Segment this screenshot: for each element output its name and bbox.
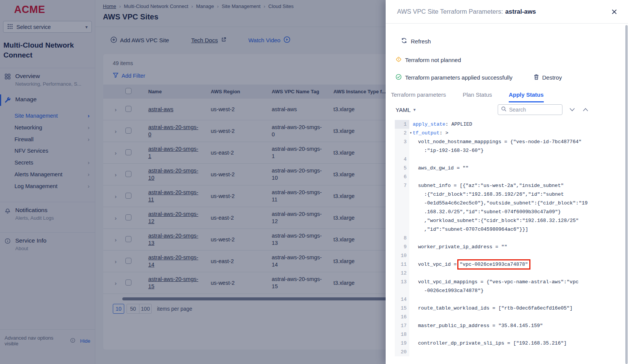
code-line: 13volt_vpc_id_mappings = {"ves-vpc-name-… [395, 278, 628, 295]
code-line: 8 [395, 234, 628, 243]
success-text: Terraform parameters applied successfull… [405, 74, 513, 81]
code-line: 5aws_dx_gw_id = "" [395, 164, 628, 172]
code-line-content [409, 295, 628, 304]
line-number: 14 [395, 295, 409, 304]
tab-terraform-parameters[interactable]: Terraform parameters [391, 91, 446, 102]
code-line: 19controller_dp_private_sli_ips = ["192.… [395, 339, 628, 348]
panel-body: Refresh Terraform not planned Terraform … [386, 24, 628, 364]
success-check-icon [396, 74, 402, 81]
yaml-code-viewer: 1apply_state: APPLIED2▾tf_output: >3volt… [395, 120, 628, 356]
refresh-label: Refresh [411, 38, 431, 45]
app-root: ACME Select service ▾ Multi-Cloud Networ… [0, 0, 628, 364]
code-line: 18 [395, 330, 628, 339]
code-line-content [409, 251, 628, 260]
code-line: 1apply_state: APPLIED [395, 120, 628, 129]
search-input[interactable] [509, 107, 555, 113]
code-line-content [409, 313, 628, 321]
line-number: 17 [395, 321, 409, 330]
destroy-button[interactable]: Destroy [533, 74, 562, 81]
code-line-content: route_table_workload_ids = ["rtb-0dec6fa… [409, 304, 628, 313]
code-line: 4 [395, 155, 628, 164]
line-number: 2▾ [395, 129, 409, 137]
code-line: 10 [395, 251, 628, 260]
code-line-content: apply_state: APPLIED [409, 120, 628, 129]
code-line: 2▾tf_output: > [395, 129, 628, 137]
warning-diamond-icon [396, 56, 402, 64]
code-line: 6 [395, 172, 628, 181]
format-label: YAML [396, 107, 411, 113]
panel-header: AWS VPC Site Terraform Parameters: astra… [386, 0, 628, 24]
panel-tabs: Terraform parametersPlan StatusApply Sta… [391, 91, 628, 102]
line-number: 3 [395, 137, 409, 155]
tab-plan-status[interactable]: Plan Status [463, 91, 492, 102]
code-line: 3volt_node_hostname_mapppings = {"ves-no… [395, 137, 628, 155]
search-icon [501, 106, 506, 113]
terraform-parameters-panel: AWS VPC Site Terraform Parameters: astra… [386, 0, 628, 364]
chevron-down-icon[interactable] [569, 108, 575, 112]
refresh-button[interactable]: Refresh [401, 37, 447, 45]
code-controls: YAML ▾ [391, 104, 628, 115]
trash-icon [533, 74, 539, 81]
code-line-content: subnet_info = [{"az":"us-west-2a","insid… [409, 181, 628, 234]
code-line-content [409, 155, 628, 164]
code-line: 15route_table_workload_ids = ["rtb-0dec6… [395, 304, 628, 313]
code-line: 16 [395, 313, 628, 321]
code-line-content: master_public_ip_address = "35.84.145.15… [409, 321, 628, 330]
line-number: 1 [395, 120, 409, 129]
tab-apply-status[interactable]: Apply Status [509, 91, 544, 102]
line-number: 6 [395, 172, 409, 181]
panel-title: AWS VPC Site Terraform Parameters: [397, 8, 503, 15]
line-number: 13 [395, 278, 409, 295]
code-line-content: tf_output: > [409, 129, 628, 137]
code-line-content: volt_vpc_id = "vpc-0026ce1993ca74878" [409, 260, 628, 269]
terraform-plan-status: Terraform not planned [396, 56, 628, 64]
warning-text: Terraform not planned [405, 57, 461, 63]
code-line-content [409, 348, 628, 356]
refresh-icon [401, 37, 407, 45]
code-search [498, 104, 562, 115]
destroy-label: Destroy [542, 74, 562, 81]
code-line: 9worker_private_ip_address = "" [395, 243, 628, 251]
line-number: 5 [395, 164, 409, 172]
line-number: 20 [395, 348, 409, 356]
code-line-content [409, 330, 628, 339]
chevron-down-icon: ▾ [413, 107, 416, 112]
line-number: 10 [395, 251, 409, 260]
code-line: 17master_public_ip_address = "35.84.145.… [395, 321, 628, 330]
code-line-content [409, 172, 628, 181]
line-number: 11 [395, 260, 409, 269]
collapse-caret-icon[interactable]: ▾ [410, 129, 412, 137]
line-number: 8 [395, 234, 409, 243]
line-number: 16 [395, 313, 409, 321]
line-number: 18 [395, 330, 409, 339]
line-number: 4 [395, 155, 409, 164]
line-number: 12 [395, 269, 409, 278]
code-line: 7subnet_info = [{"az":"us-west-2a","insi… [395, 181, 628, 234]
code-line: 12 [395, 269, 628, 278]
code-line: 20 [395, 348, 628, 356]
code-line: 14 [395, 295, 628, 304]
panel-title-site-name: astral-aws [505, 8, 536, 15]
vertical-scrollbar[interactable] [625, 25, 628, 364]
line-number: 7 [395, 181, 409, 234]
code-line: 11volt_vpc_id = "vpc-0026ce1993ca74878" [395, 260, 628, 269]
format-dropdown[interactable]: YAML ▾ [396, 107, 416, 113]
chevron-up-icon[interactable] [583, 108, 588, 112]
line-number: 19 [395, 339, 409, 348]
line-number: 9 [395, 243, 409, 251]
code-line-content [409, 234, 628, 243]
close-icon[interactable] [611, 9, 617, 15]
code-line-content: volt_vpc_id_mappings = {"ves-vpc-name-as… [409, 278, 628, 295]
code-line-content: aws_dx_gw_id = "" [409, 164, 628, 172]
code-line-content [409, 269, 628, 278]
code-line-content: worker_private_ip_address = "" [409, 243, 628, 251]
terraform-apply-status: Terraform parameters applied successfull… [396, 74, 628, 81]
code-line-content: controller_dp_private_sli_ips = ["192.16… [409, 339, 628, 348]
code-line-content: volt_node_hostname_mapppings = {"ves-nod… [409, 137, 628, 155]
line-number: 15 [395, 304, 409, 313]
highlighted-vpc-id: "vpc-0026ce1993ca74878" [460, 262, 528, 267]
